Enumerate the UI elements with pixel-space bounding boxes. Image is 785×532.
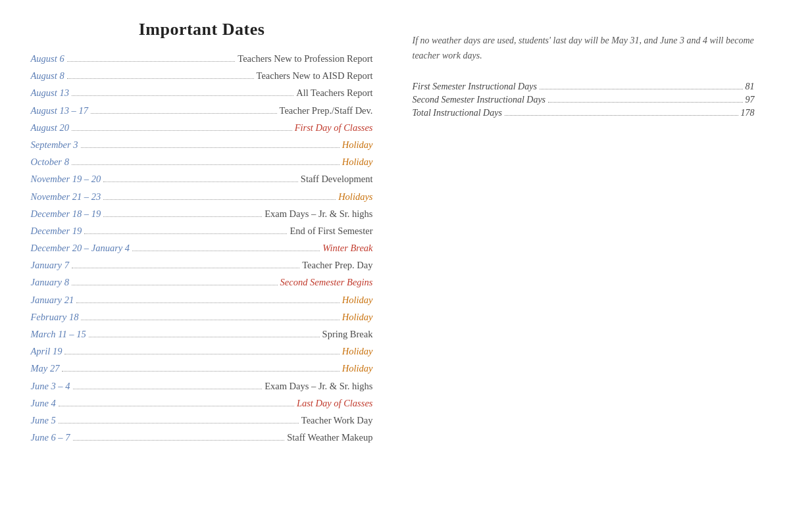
stat-item: First Semester Instructional Days81 (413, 82, 755, 92)
event-text: Spring Break (322, 327, 373, 342)
date-text: January 21 (31, 293, 74, 308)
date-item: August 13All Teachers Report (31, 85, 373, 101)
date-text: August 13 (31, 85, 69, 101)
date-text: October 8 (31, 155, 69, 170)
right-column: If no weather days are used, students' l… (413, 20, 755, 512)
date-text: April 19 (31, 344, 63, 359)
stat-dots (540, 89, 743, 89)
date-text: June 4 (31, 396, 56, 411)
event-text: Holiday (342, 361, 373, 376)
stat-item: Second Semester Instructional Days97 (413, 95, 755, 105)
page-title: Important Dates (31, 20, 373, 39)
date-dots (72, 285, 278, 285)
left-column: Important Dates August 6Teachers New to … (31, 20, 373, 512)
date-item: March 11 – 15Spring Break (31, 327, 373, 342)
event-text: Teacher Prep./Staff Dev. (280, 103, 373, 118)
date-dots (103, 216, 262, 217)
event-text: Staff Weather Makeup (287, 430, 372, 445)
date-text: August 20 (31, 120, 69, 135)
date-text: August 13 – 17 (31, 103, 88, 118)
date-dots (81, 147, 340, 148)
date-dots (132, 251, 320, 251)
date-item: June 5Teacher Work Day (31, 413, 373, 428)
stat-label: First Semester Instructional Days (413, 82, 537, 92)
date-dots (62, 371, 339, 372)
date-text: December 18 – 19 (31, 206, 101, 222)
date-text: September 3 (31, 137, 78, 153)
date-item: December 20 – January 4Winter Break (31, 241, 373, 256)
stats-container: First Semester Instructional Days81Secon… (413, 82, 755, 118)
event-text: Exam Days – Jr. & Sr. highs (265, 379, 372, 394)
stat-value: 81 (746, 82, 755, 92)
event-text: Holiday (342, 293, 373, 308)
date-dots (59, 423, 299, 423)
date-item: November 19 – 20Staff Development (31, 172, 373, 187)
date-text: February 18 (31, 310, 79, 325)
event-text: End of First Semester (290, 224, 372, 239)
date-text: November 19 – 20 (31, 172, 101, 187)
date-item: January 21Holiday (31, 293, 373, 308)
date-item: August 8Teachers New to AISD Report (31, 68, 373, 84)
event-text: Second Semester Begins (280, 275, 373, 290)
stat-label: Second Semester Instructional Days (413, 95, 546, 105)
date-item: August 6Teachers New to Profession Repor… (31, 51, 373, 66)
event-text: Last Day of Classes (297, 396, 373, 411)
event-text: Teacher Work Day (301, 413, 373, 428)
date-text: August 6 (31, 51, 64, 66)
date-item: December 19End of First Semester (31, 224, 373, 239)
event-text: Holiday (342, 137, 373, 153)
date-item: August 13 – 17Teacher Prep./Staff Dev. (31, 103, 373, 118)
date-text: August 8 (31, 68, 64, 84)
date-text: March 11 – 15 (31, 327, 86, 342)
date-dots (89, 337, 320, 337)
stat-label: Total Instructional Days (413, 108, 502, 118)
date-item: June 6 – 7Staff Weather Makeup (31, 430, 373, 445)
date-item: August 20First Day of Classes (31, 120, 373, 135)
date-item: May 27Holiday (31, 361, 373, 376)
dates-list: August 6Teachers New to Profession Repor… (31, 51, 373, 445)
date-text: December 19 (31, 224, 82, 239)
date-item: June 4Last Day of Classes (31, 396, 373, 411)
date-item: October 8Holiday (31, 155, 373, 170)
date-dots (64, 354, 339, 354)
stat-dots (548, 102, 742, 103)
stat-value: 97 (746, 95, 755, 105)
date-text: June 3 – 4 (31, 379, 70, 394)
date-text: June 6 – 7 (31, 430, 70, 445)
event-text: Holiday (342, 310, 373, 325)
date-dots (72, 268, 299, 268)
date-item: December 18 – 19Exam Days – Jr. & Sr. hi… (31, 206, 373, 222)
event-text: Teachers New to AISD Report (257, 68, 373, 84)
event-text: Holidays (338, 189, 372, 205)
date-text: November 21 – 23 (31, 189, 101, 205)
stat-item: Total Instructional Days178 (413, 108, 755, 118)
date-dots (67, 78, 254, 79)
stat-value: 178 (741, 108, 755, 118)
date-item: April 19Holiday (31, 344, 373, 359)
date-dots (67, 61, 236, 62)
date-text: December 20 – January 4 (31, 241, 130, 256)
event-text: Exam Days – Jr. & Sr. highs (265, 206, 372, 222)
event-text: Winter Break (322, 241, 372, 256)
date-item: November 21 – 23Holidays (31, 189, 373, 205)
date-item: June 3 – 4Exam Days – Jr. & Sr. highs (31, 379, 373, 394)
event-text: Holiday (342, 344, 373, 359)
event-text: Teacher Prep. Day (302, 258, 372, 273)
date-text: January 7 (31, 258, 69, 273)
date-dots (73, 440, 285, 441)
date-dots (81, 320, 339, 320)
date-dots (103, 199, 336, 200)
date-item: September 3Holiday (31, 137, 373, 153)
date-dots (91, 113, 277, 114)
date-dots (59, 406, 294, 406)
page-container: Important Dates August 6Teachers New to … (31, 20, 755, 512)
event-text: All Teachers Report (296, 85, 372, 101)
date-dots (72, 95, 293, 96)
event-text: Holiday (342, 155, 373, 170)
stat-dots (505, 115, 738, 116)
right-note: If no weather days are used, students' l… (413, 33, 755, 63)
event-text: First Day of Classes (295, 120, 373, 135)
date-item: January 7Teacher Prep. Day (31, 258, 373, 273)
date-text: January 8 (31, 275, 69, 290)
date-text: May 27 (31, 361, 60, 376)
